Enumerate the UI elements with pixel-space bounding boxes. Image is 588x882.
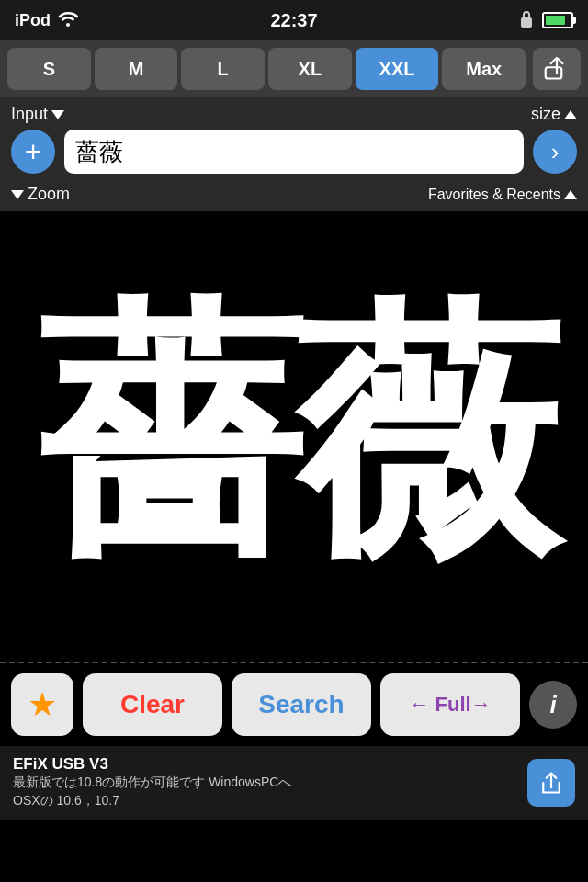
device-label: iPod [15,11,51,30]
ad-share-button[interactable] [527,759,575,807]
size-max-button[interactable]: Max [442,48,526,90]
ad-title: EFiX USB V3 [13,755,527,774]
input-label-row: Input size [11,105,577,124]
info-icon: i [549,691,556,719]
wifi-icon [58,10,78,31]
status-time: 22:37 [270,10,317,31]
text-input[interactable] [64,130,524,174]
search-button[interactable]: Search [232,673,371,736]
size-label[interactable]: size [531,105,577,124]
input-row: + › [11,130,577,174]
add-button[interactable]: + [11,130,55,174]
share-button[interactable] [533,48,581,90]
zoom-label-text: Zoom [28,185,70,204]
input-label[interactable]: Input [11,105,64,124]
size-s-button[interactable]: S [7,48,91,90]
battery-indicator [542,12,573,28]
lock-icon [518,9,535,31]
size-toolbar: S M L XL XXL Max [0,40,588,97]
main-display: 薔薇 [0,211,588,662]
zoom-label[interactable]: Zoom [11,185,70,204]
svg-rect-0 [521,17,532,28]
favorites-label-text: Favorites & Recents [428,187,560,203]
size-xxl-button[interactable]: XXL [356,48,439,90]
full-label: ← Full→ [409,693,491,717]
clear-button[interactable]: Clear [83,673,222,736]
info-button[interactable]: i [529,681,577,729]
next-button[interactable]: › [533,130,577,174]
star-icon: ★ [28,685,57,724]
battery-fill [546,16,565,25]
favorites-button[interactable]: ★ [11,673,74,736]
status-right [518,9,573,31]
share-icon [544,56,570,82]
kanji-text: 薔薇 [37,303,551,570]
ad-share-icon [538,770,564,796]
full-button[interactable]: ← Full→ [380,673,520,736]
plus-icon: + [25,137,42,166]
size-l-button[interactable]: L [181,48,265,90]
ad-text: EFiX USB V3 最新版では10.8の動作が可能です WindowsPCへ… [13,755,527,809]
favorites-sort-icon [564,190,577,199]
size-m-button[interactable]: M [95,48,178,90]
chevron-right-icon: › [551,138,560,166]
size-label-text: size [531,105,560,124]
size-sort-icon [564,110,577,119]
input-dropdown-icon [51,110,64,119]
input-label-text: Input [11,105,48,124]
input-area: Input size + › [0,97,588,181]
status-bar: iPod 22:37 [0,0,588,40]
size-xl-button[interactable]: XL [268,48,352,90]
favorites-label[interactable]: Favorites & Recents [428,187,577,203]
status-left: iPod [15,10,78,31]
ad-banner[interactable]: EFiX USB V3 最新版では10.8の動作が可能です WindowsPCへ… [0,746,588,820]
bottom-toolbar: ★ Clear Search ← Full→ i [0,663,588,746]
ad-body: 最新版では10.8の動作が可能です WindowsPCへOSXの 10.6，10… [13,774,527,809]
search-label: Search [258,690,344,719]
zoom-row: Zoom Favorites & Recents [0,181,588,211]
clear-label: Clear [120,690,185,719]
zoom-dropdown-icon [11,190,24,199]
svg-rect-1 [546,67,562,78]
